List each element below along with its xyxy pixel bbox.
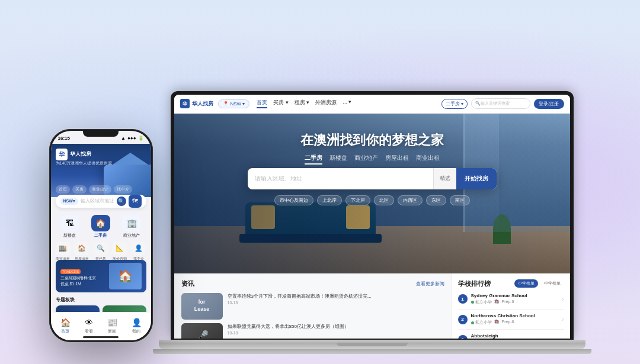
school-grade-icon-1: 📚 [494, 299, 500, 305]
news-nav-label: 新闻 [108, 328, 116, 334]
school-arrow-3: › [562, 336, 564, 338]
laptop-location[interactable]: 📍 NSW ▾ [218, 99, 250, 108]
location-icon: 📍 [223, 101, 229, 107]
school-meta-2: 私立小学 📚 Prep-6 [471, 320, 559, 326]
hero-tab-commercial[interactable]: 商业地产 [354, 154, 378, 165]
phone-time: 16:15 [58, 136, 70, 141]
school-rank-1: 1 [458, 294, 468, 304]
phone-sub-land[interactable]: 📐 地价咨询 [112, 242, 127, 262]
phone-logo[interactable]: 华 华人找房 [56, 149, 91, 160]
laptop-news-item-2[interactable]: 如果联盟党赢得大选，将拿出$50亿让澳人更多房（组图） 10-18 [181, 323, 444, 339]
pill-3[interactable]: 商业出让 [89, 185, 111, 194]
phone-nav-browse[interactable]: 👁 看看 [85, 318, 93, 334]
laptop-news-date-1: 10-18 [228, 301, 444, 305]
laptop-logo[interactable]: 华 华人找房 [180, 99, 213, 108]
scene-wrapper: 16:15 ▲ ●●● 🔋 华 华人找房 为140万澳洲华人提供优质房源 首页 … [24, 11, 616, 354]
laptop-hero-regions: 市中心及南边 上北岸 下北岸 北区 内西区 东区 南区 [274, 195, 470, 205]
hero-tab-rent[interactable]: 房屋出租 [385, 154, 409, 165]
phone-map-button[interactable]: 🗺 [129, 195, 142, 208]
laptop-hero-filter[interactable]: 精选 [433, 168, 456, 189]
phone-sub-agent[interactable]: 👤 找中介 [131, 242, 146, 262]
school-tab-primary[interactable]: 小学榜单 [514, 279, 538, 288]
pill-1[interactable]: 首页 [56, 185, 70, 194]
region-tag-center[interactable]: 市中心及南边 [274, 195, 313, 205]
hero-tab-used[interactable]: 二手房 [305, 154, 322, 165]
laptop-filter-dropdown[interactable]: 二手房 ▾ [441, 99, 468, 109]
laptop-news-list: forLease 空置率连续3个月下滑，开发商拥抱高端市场！澳洲租赁危机还没完.… [181, 293, 444, 339]
phone-sub-sold[interactable]: 🔍 查已售 [93, 242, 108, 262]
laptop-nav-right: 二手房 ▾ 🔍 输入关键词搜索 登录/注册 [441, 98, 564, 109]
school-name-2: Northcross Christian School [471, 313, 559, 319]
phone-cat-new[interactable]: 🏗 新楼盘 [60, 215, 79, 239]
region-tag-south[interactable]: 南区 [450, 195, 470, 205]
phone-home-indicator [83, 336, 119, 338]
laptop-nav-home[interactable]: 首页 [257, 99, 267, 108]
phone-nav-profile[interactable]: 👤 我的 [132, 318, 142, 334]
laptop-school-item-3[interactable]: 3 Abbotsleigh 私立小学 📚 [458, 333, 564, 338]
laptop-search-bar[interactable]: 🔍 输入关键词搜索 [471, 98, 530, 109]
school-meta-1: 私立小学 📚 Prep-6 [471, 299, 559, 305]
phone-cat-used[interactable]: 🏠 二手房 [91, 215, 110, 239]
phone-sub-commercial-rent[interactable]: 🏬 商业出租 [55, 242, 71, 262]
laptop-hero-search-button[interactable]: 开始找房 [456, 168, 497, 189]
phone-banner-text: 三至&国际附样北京低至 $1.1M [60, 275, 109, 287]
school-tab-secondary[interactable]: 中学榜单 [540, 279, 564, 288]
school-arrow-2: › [562, 316, 564, 323]
school-name-1: Sydney Grammar School [471, 293, 559, 299]
region-tag-inner-west[interactable]: 内西区 [398, 195, 423, 205]
laptop-device: 华 华人找房 📍 NSW ▾ 首页 买房 ▾ 租房 ▾ 外洲房源 ... ▾ [171, 91, 591, 354]
school-type-1: 私立小学 [471, 299, 492, 305]
laptop-login-button[interactable]: 登录/注册 [534, 99, 564, 109]
laptop-schools-title: 学校排行榜 [458, 279, 491, 288]
phone-search-bar[interactable]: NSW▾ 输入区域和地址 🔍 🗺 [56, 195, 146, 208]
sub-icon-land: 📐 [112, 242, 127, 255]
school-info-1: Sydney Grammar School 私立小学 📚 Prep-6 [471, 293, 559, 305]
phone-cat-icon-used: 🏠 [91, 215, 110, 231]
lease-thumb-text: forLease [194, 299, 210, 313]
laptop-nav-rent[interactable]: 租房 ▾ [295, 99, 310, 108]
laptop-screen: 华 华人找房 📍 NSW ▾ 首页 买房 ▾ 租房 ▾ 外洲房源 ... ▾ [174, 95, 570, 339]
phone-hero-subtitle: 为140万澳洲华人提供优质房源 [56, 160, 113, 166]
school-type-label-2: 私立小学 [475, 320, 492, 326]
hero-tab-new[interactable]: 新楼盘 [329, 154, 347, 165]
pill-2[interactable]: 买房 [72, 185, 87, 194]
phone-cat-icon-commercial: 🏢 [122, 215, 141, 231]
laptop-content-area: 资讯 查看更多新闻 forLease 空置率连续3个月下滑，开发商拥抱高端市场！… [174, 273, 570, 339]
school-grade-1: Prep-6 [502, 299, 514, 305]
phone-cat-icon-new: 🏗 [60, 215, 79, 231]
laptop-hero-search-input[interactable]: 请输入区域、地址 [248, 175, 433, 183]
home-nav-label: 首页 [61, 328, 69, 334]
laptop-news-text-1: 空置率连续3个月下滑，开发商拥抱高端市场！澳洲租赁危机还没完... [228, 293, 444, 299]
pill-4[interactable]: 找中介 [114, 185, 132, 194]
laptop-news-text-2: 如果联盟党赢得大选，将拿出$50亿让澳人更多房（组图） [228, 323, 444, 330]
laptop-logo-text: 华人找房 [192, 100, 213, 108]
browse-nav-label: 看看 [85, 328, 93, 334]
school-info-2: Northcross Christian School 私立小学 📚 Prep-… [471, 313, 559, 326]
laptop-news-more[interactable]: 查看更多新闻 [416, 281, 444, 287]
phone-banner-ad[interactable]: TRADERS 三至&国际附样北京低至 $1.1M [56, 260, 146, 292]
laptop-hero-search-box[interactable]: 请输入区域、地址 精选 开始找房 [248, 168, 497, 189]
phone-nav-news[interactable]: 📰 新闻 [107, 318, 117, 334]
region-tag-upper-north[interactable]: 上北岸 [317, 195, 342, 205]
laptop-news-date-2: 10-18 [228, 331, 444, 335]
sub-icon-house: 🏠 [74, 242, 89, 255]
phone-sub-house-rent[interactable]: 🏠 房屋出租 [74, 242, 89, 262]
laptop-nav-overseas[interactable]: 外洲房源 [315, 99, 337, 108]
phone-location-selector[interactable]: NSW▾ [60, 198, 78, 205]
search-placeholder: 输入关键词搜索 [481, 101, 510, 107]
region-tag-lower-north[interactable]: 下北岸 [345, 195, 370, 205]
phone-cat-commercial[interactable]: 🏢 商业地产 [122, 215, 141, 239]
phone-logo-text: 华人找房 [70, 150, 91, 158]
laptop-hero-tabs: 二手房 新楼盘 商业地产 房屋出租 商业出租 [174, 154, 570, 165]
laptop-nav-links: 首页 买房 ▾ 租房 ▾ 外洲房源 ... ▾ [257, 99, 351, 108]
phone-nav-home[interactable]: 🏠 首页 [60, 318, 71, 334]
laptop-school-item-2[interactable]: 2 Northcross Christian School 私立小学 📚 [458, 313, 564, 330]
phone-search-icon[interactable]: 🔍 [117, 197, 126, 206]
laptop-school-item-1[interactable]: 1 Sydney Grammar School 私立小学 📚 [458, 293, 564, 310]
region-tag-north[interactable]: 北区 [374, 195, 394, 205]
laptop-nav-more[interactable]: ... ▾ [343, 99, 351, 108]
hero-tab-biz-rent[interactable]: 商业出租 [416, 154, 440, 165]
region-tag-east[interactable]: 东区 [426, 195, 446, 205]
laptop-news-item-1[interactable]: forLease 空置率连续3个月下滑，开发商拥抱高端市场！澳洲租赁危机还没完.… [181, 293, 444, 320]
laptop-nav-buy[interactable]: 买房 ▾ [273, 99, 289, 108]
